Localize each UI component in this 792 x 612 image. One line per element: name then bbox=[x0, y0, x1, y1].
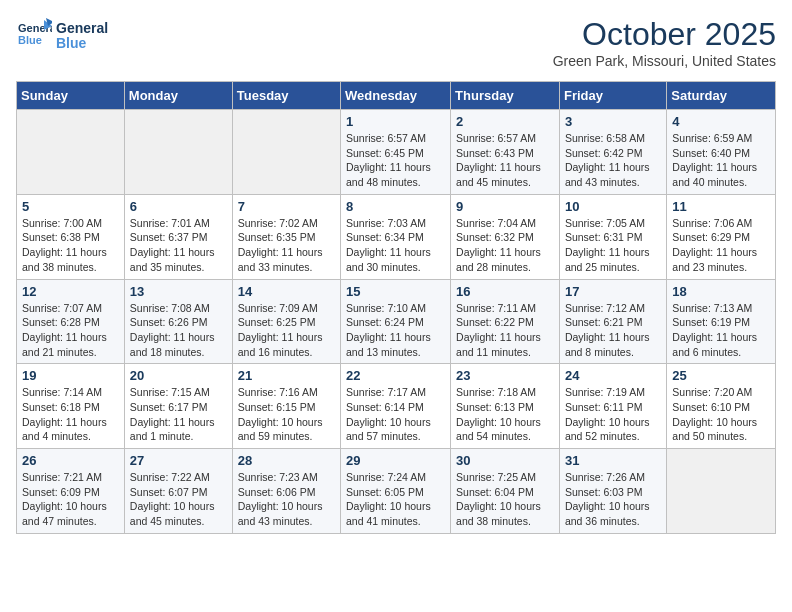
day-info: Sunrise: 7:17 AM Sunset: 6:14 PM Dayligh… bbox=[346, 385, 445, 444]
day-cell: 4Sunrise: 6:59 AM Sunset: 6:40 PM Daylig… bbox=[667, 110, 776, 195]
day-info: Sunrise: 7:25 AM Sunset: 6:04 PM Dayligh… bbox=[456, 470, 554, 529]
day-number: 10 bbox=[565, 199, 661, 214]
day-number: 31 bbox=[565, 453, 661, 468]
logo-icon: General Blue bbox=[16, 16, 52, 52]
day-number: 27 bbox=[130, 453, 227, 468]
week-row-5: 26Sunrise: 7:21 AM Sunset: 6:09 PM Dayli… bbox=[17, 449, 776, 534]
day-cell bbox=[667, 449, 776, 534]
day-cell bbox=[232, 110, 340, 195]
day-info: Sunrise: 7:04 AM Sunset: 6:32 PM Dayligh… bbox=[456, 216, 554, 275]
day-cell: 29Sunrise: 7:24 AM Sunset: 6:05 PM Dayli… bbox=[341, 449, 451, 534]
day-number: 24 bbox=[565, 368, 661, 383]
calendar-table: SundayMondayTuesdayWednesdayThursdayFrid… bbox=[16, 81, 776, 534]
title-block: October 2025 Green Park, Missouri, Unite… bbox=[553, 16, 776, 69]
day-number: 1 bbox=[346, 114, 445, 129]
day-cell: 19Sunrise: 7:14 AM Sunset: 6:18 PM Dayli… bbox=[17, 364, 125, 449]
day-info: Sunrise: 6:58 AM Sunset: 6:42 PM Dayligh… bbox=[565, 131, 661, 190]
day-number: 3 bbox=[565, 114, 661, 129]
day-info: Sunrise: 7:11 AM Sunset: 6:22 PM Dayligh… bbox=[456, 301, 554, 360]
day-cell: 26Sunrise: 7:21 AM Sunset: 6:09 PM Dayli… bbox=[17, 449, 125, 534]
day-info: Sunrise: 7:26 AM Sunset: 6:03 PM Dayligh… bbox=[565, 470, 661, 529]
month-title: October 2025 bbox=[553, 16, 776, 53]
day-info: Sunrise: 7:00 AM Sunset: 6:38 PM Dayligh… bbox=[22, 216, 119, 275]
day-number: 5 bbox=[22, 199, 119, 214]
week-row-4: 19Sunrise: 7:14 AM Sunset: 6:18 PM Dayli… bbox=[17, 364, 776, 449]
day-info: Sunrise: 7:19 AM Sunset: 6:11 PM Dayligh… bbox=[565, 385, 661, 444]
day-number: 13 bbox=[130, 284, 227, 299]
day-cell: 13Sunrise: 7:08 AM Sunset: 6:26 PM Dayli… bbox=[124, 279, 232, 364]
day-info: Sunrise: 7:22 AM Sunset: 6:07 PM Dayligh… bbox=[130, 470, 227, 529]
logo-line1: General bbox=[56, 21, 108, 36]
day-cell: 16Sunrise: 7:11 AM Sunset: 6:22 PM Dayli… bbox=[451, 279, 560, 364]
day-cell: 30Sunrise: 7:25 AM Sunset: 6:04 PM Dayli… bbox=[451, 449, 560, 534]
day-info: Sunrise: 7:18 AM Sunset: 6:13 PM Dayligh… bbox=[456, 385, 554, 444]
day-number: 18 bbox=[672, 284, 770, 299]
day-cell: 2Sunrise: 6:57 AM Sunset: 6:43 PM Daylig… bbox=[451, 110, 560, 195]
day-cell: 20Sunrise: 7:15 AM Sunset: 6:17 PM Dayli… bbox=[124, 364, 232, 449]
week-row-2: 5Sunrise: 7:00 AM Sunset: 6:38 PM Daylig… bbox=[17, 194, 776, 279]
weekday-header-sunday: Sunday bbox=[17, 82, 125, 110]
day-info: Sunrise: 7:09 AM Sunset: 6:25 PM Dayligh… bbox=[238, 301, 335, 360]
day-number: 30 bbox=[456, 453, 554, 468]
weekday-header-tuesday: Tuesday bbox=[232, 82, 340, 110]
day-cell: 28Sunrise: 7:23 AM Sunset: 6:06 PM Dayli… bbox=[232, 449, 340, 534]
day-cell: 12Sunrise: 7:07 AM Sunset: 6:28 PM Dayli… bbox=[17, 279, 125, 364]
day-info: Sunrise: 7:21 AM Sunset: 6:09 PM Dayligh… bbox=[22, 470, 119, 529]
day-number: 25 bbox=[672, 368, 770, 383]
day-cell: 15Sunrise: 7:10 AM Sunset: 6:24 PM Dayli… bbox=[341, 279, 451, 364]
day-cell: 3Sunrise: 6:58 AM Sunset: 6:42 PM Daylig… bbox=[559, 110, 666, 195]
logo: General Blue General Blue bbox=[16, 16, 108, 56]
day-cell: 18Sunrise: 7:13 AM Sunset: 6:19 PM Dayli… bbox=[667, 279, 776, 364]
day-cell: 21Sunrise: 7:16 AM Sunset: 6:15 PM Dayli… bbox=[232, 364, 340, 449]
day-info: Sunrise: 7:16 AM Sunset: 6:15 PM Dayligh… bbox=[238, 385, 335, 444]
day-cell: 11Sunrise: 7:06 AM Sunset: 6:29 PM Dayli… bbox=[667, 194, 776, 279]
location: Green Park, Missouri, United States bbox=[553, 53, 776, 69]
day-number: 7 bbox=[238, 199, 335, 214]
weekday-header-thursday: Thursday bbox=[451, 82, 560, 110]
day-number: 17 bbox=[565, 284, 661, 299]
day-info: Sunrise: 7:02 AM Sunset: 6:35 PM Dayligh… bbox=[238, 216, 335, 275]
day-number: 12 bbox=[22, 284, 119, 299]
day-number: 6 bbox=[130, 199, 227, 214]
day-cell: 5Sunrise: 7:00 AM Sunset: 6:38 PM Daylig… bbox=[17, 194, 125, 279]
day-cell: 22Sunrise: 7:17 AM Sunset: 6:14 PM Dayli… bbox=[341, 364, 451, 449]
day-number: 23 bbox=[456, 368, 554, 383]
day-info: Sunrise: 7:10 AM Sunset: 6:24 PM Dayligh… bbox=[346, 301, 445, 360]
svg-text:Blue: Blue bbox=[18, 34, 42, 46]
day-cell: 17Sunrise: 7:12 AM Sunset: 6:21 PM Dayli… bbox=[559, 279, 666, 364]
day-cell: 31Sunrise: 7:26 AM Sunset: 6:03 PM Dayli… bbox=[559, 449, 666, 534]
day-cell bbox=[17, 110, 125, 195]
day-number: 21 bbox=[238, 368, 335, 383]
page-header: General Blue General Blue October 2025 G… bbox=[16, 16, 776, 69]
weekday-header-wednesday: Wednesday bbox=[341, 82, 451, 110]
day-info: Sunrise: 7:03 AM Sunset: 6:34 PM Dayligh… bbox=[346, 216, 445, 275]
day-info: Sunrise: 7:15 AM Sunset: 6:17 PM Dayligh… bbox=[130, 385, 227, 444]
day-number: 19 bbox=[22, 368, 119, 383]
day-info: Sunrise: 7:14 AM Sunset: 6:18 PM Dayligh… bbox=[22, 385, 119, 444]
day-cell: 23Sunrise: 7:18 AM Sunset: 6:13 PM Dayli… bbox=[451, 364, 560, 449]
day-cell bbox=[124, 110, 232, 195]
day-info: Sunrise: 6:57 AM Sunset: 6:43 PM Dayligh… bbox=[456, 131, 554, 190]
day-number: 2 bbox=[456, 114, 554, 129]
weekday-header-row: SundayMondayTuesdayWednesdayThursdayFrid… bbox=[17, 82, 776, 110]
logo-line2: Blue bbox=[56, 36, 108, 51]
day-number: 11 bbox=[672, 199, 770, 214]
week-row-3: 12Sunrise: 7:07 AM Sunset: 6:28 PM Dayli… bbox=[17, 279, 776, 364]
day-number: 20 bbox=[130, 368, 227, 383]
day-info: Sunrise: 7:20 AM Sunset: 6:10 PM Dayligh… bbox=[672, 385, 770, 444]
day-cell: 25Sunrise: 7:20 AM Sunset: 6:10 PM Dayli… bbox=[667, 364, 776, 449]
day-info: Sunrise: 7:23 AM Sunset: 6:06 PM Dayligh… bbox=[238, 470, 335, 529]
weekday-header-saturday: Saturday bbox=[667, 82, 776, 110]
day-info: Sunrise: 7:06 AM Sunset: 6:29 PM Dayligh… bbox=[672, 216, 770, 275]
day-number: 15 bbox=[346, 284, 445, 299]
day-cell: 7Sunrise: 7:02 AM Sunset: 6:35 PM Daylig… bbox=[232, 194, 340, 279]
day-cell: 9Sunrise: 7:04 AM Sunset: 6:32 PM Daylig… bbox=[451, 194, 560, 279]
day-cell: 8Sunrise: 7:03 AM Sunset: 6:34 PM Daylig… bbox=[341, 194, 451, 279]
day-info: Sunrise: 7:13 AM Sunset: 6:19 PM Dayligh… bbox=[672, 301, 770, 360]
day-info: Sunrise: 7:08 AM Sunset: 6:26 PM Dayligh… bbox=[130, 301, 227, 360]
day-number: 14 bbox=[238, 284, 335, 299]
day-number: 4 bbox=[672, 114, 770, 129]
weekday-header-friday: Friday bbox=[559, 82, 666, 110]
day-info: Sunrise: 6:57 AM Sunset: 6:45 PM Dayligh… bbox=[346, 131, 445, 190]
day-number: 9 bbox=[456, 199, 554, 214]
